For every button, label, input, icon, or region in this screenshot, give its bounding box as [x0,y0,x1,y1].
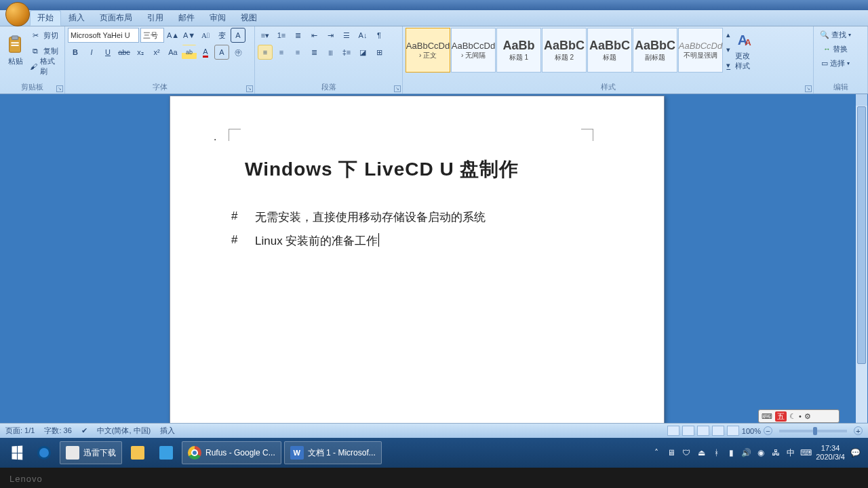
multilevel-button[interactable]: ≣ [290,28,305,43]
page[interactable]: · Windows 下 LiveCD U 盘制作 #无需安装，直接使用移动存储设… [170,96,665,434]
styles-expand[interactable]: ▾̲ [724,58,733,73]
asian-layout-button[interactable]: ☰ [339,28,354,43]
increase-indent-button[interactable]: ⇥ [323,28,338,43]
cut-button[interactable]: ✂剪切 [29,28,62,43]
style-normal[interactable]: AaBbCcDd› 正文 [406,28,450,73]
sort-button[interactable]: A↓ [355,28,370,43]
decrease-indent-button[interactable]: ⇤ [307,28,321,43]
scroll-up-button[interactable] [856,94,867,106]
tab-mailings[interactable]: 邮件 [171,10,202,26]
font-launcher[interactable]: ↘ [246,85,253,92]
clipboard-launcher[interactable]: ↘ [56,85,63,92]
shrink-font-button[interactable]: A▼ [182,28,197,43]
style-heading1[interactable]: AaBb标题 1 [496,28,541,73]
style-title[interactable]: AaBbC标题 [587,28,632,73]
show-marks-button[interactable]: ¶ [372,28,387,43]
styles-scroll-down[interactable]: ▾ [724,43,733,57]
page-indicator[interactable]: 页面: 1/1 [5,426,35,436]
bullets-button[interactable]: ≡▾ [258,28,273,43]
enclose-char-button[interactable]: ㊥ [231,45,245,60]
tab-review[interactable]: 审阅 [202,10,233,26]
ime-indicator[interactable]: 中 [786,448,795,458]
clock[interactable]: 17:342020/3/4 [816,444,845,462]
start-button[interactable] [5,441,28,464]
tab-start[interactable]: 开始 [30,10,61,26]
taskbar-item-xunlei[interactable]: 迅雷下载 [60,441,122,464]
zoom-in-button[interactable]: + [854,426,863,435]
taskbar-item-word[interactable]: W文档 1 - Microsof... [284,441,382,464]
align-left-button[interactable]: ≡ [258,45,273,60]
taskbar-item-store[interactable] [125,441,151,464]
scroll-thumb[interactable] [857,106,866,364]
ime-gear-icon[interactable]: ⚙ [804,412,811,421]
char-shading-button[interactable]: A [214,45,229,60]
paste-button[interactable]: 粘贴 [3,28,28,73]
vertical-scrollbar[interactable] [856,94,867,434]
subscript-button[interactable]: x₂ [133,45,148,60]
styles-launcher[interactable]: ↘ [805,85,812,92]
tab-insert[interactable]: 插入 [61,10,92,26]
line-spacing-button[interactable]: ‡≡ [339,45,354,60]
italic-button[interactable]: I [84,45,99,60]
language-indicator[interactable]: 中文(简体, 中国) [97,426,151,436]
tab-page-layout[interactable]: 页面布局 [92,10,140,26]
tray-chevron-up-icon[interactable]: ˄ [652,448,661,458]
style-heading2[interactable]: AaBbC标题 2 [542,28,587,73]
shield-icon[interactable]: 🛡 [682,448,691,458]
zoom-slider[interactable] [779,430,847,432]
network-icon[interactable]: 🖧 [771,448,781,458]
font-color-button[interactable]: A [198,45,213,60]
usb-icon[interactable]: ⏏ [696,448,706,458]
align-center-button[interactable]: ≡ [274,45,289,60]
select-button[interactable]: ▭选择▾ [816,56,854,70]
font-name-select[interactable]: Microsoft YaHei U [68,28,139,43]
document-area[interactable]: · Windows 下 LiveCD U 盘制作 #无需安装，直接使用移动存储设… [0,94,868,434]
style-subtitle[interactable]: AaBbC副标题 [633,28,677,73]
volume-icon[interactable]: 🔊 [741,448,751,458]
bold-button[interactable]: B [68,45,83,60]
highlight-button[interactable]: ab [182,45,197,60]
taskbar-item-mail[interactable] [153,441,179,464]
wifi-icon[interactable]: ◉ [756,448,766,458]
paragraph-launcher[interactable]: ↘ [394,85,401,92]
grow-font-button[interactable]: A▲ [165,28,180,43]
tab-view[interactable]: 视图 [233,10,264,26]
ime-moon-icon[interactable]: ☾ [789,412,796,421]
office-button[interactable] [5,2,30,26]
underline-button[interactable]: U [100,45,115,60]
outline-view[interactable] [712,426,724,436]
clear-format-button[interactable]: Aͯ [198,28,213,43]
justify-button[interactable]: ≣ [307,45,321,60]
zoom-percent[interactable]: 100% [742,427,761,435]
taskbar-item-chrome[interactable]: Rufus - Google C... [182,441,281,464]
borders-button[interactable]: ⊞ [372,45,387,60]
replace-button[interactable]: ↔替换 [816,42,854,56]
format-painter-button[interactable]: 🖌格式刷 [29,59,62,74]
bluetooth-icon[interactable]: ᚼ [711,448,721,458]
zoom-out-button[interactable]: − [764,426,772,435]
align-right-button[interactable]: ≡ [290,45,305,60]
char-border-button[interactable]: A [231,28,245,43]
fullscreen-view[interactable] [682,426,694,436]
ime-toolbar[interactable]: ⌨ 五 ☾ • ⚙ [758,409,840,423]
change-styles-button[interactable]: AA 更改样式 [734,28,757,73]
edge-taskbar-icon[interactable] [31,441,57,464]
document-line[interactable]: #无需安装，直接使用移动存储设备启动的系统 [231,209,603,225]
style-nospacing[interactable]: AaBbCcDd› 无间隔 [451,28,496,73]
style-subtle-emphasis[interactable]: AaBbCcDd不明显强调 [678,28,723,73]
draft-view[interactable] [727,426,739,436]
distribute-button[interactable]: ⫼ [323,45,338,60]
keyboard-icon[interactable]: ⌨ [801,448,810,458]
ime-badge[interactable]: 五 [775,411,787,422]
document-title[interactable]: Windows 下 LiveCD U 盘制作 [245,157,603,182]
battery-icon[interactable]: ▮ [726,448,736,458]
web-layout-view[interactable] [697,426,709,436]
font-size-select[interactable]: 三号 [140,28,164,43]
document-line[interactable]: #Linux 安装前的准备工作 [231,233,603,249]
phonetic-guide-button[interactable]: 变 [214,28,229,43]
print-layout-view[interactable] [667,426,679,436]
numbering-button[interactable]: 1≡ [274,28,289,43]
word-count[interactable]: 字数: 36 [44,426,71,436]
styles-scroll-up[interactable]: ▴ [724,28,733,42]
styles-gallery[interactable]: AaBbCcDd› 正文 AaBbCcDd› 无间隔 AaBb标题 1 AaBb… [406,28,733,73]
